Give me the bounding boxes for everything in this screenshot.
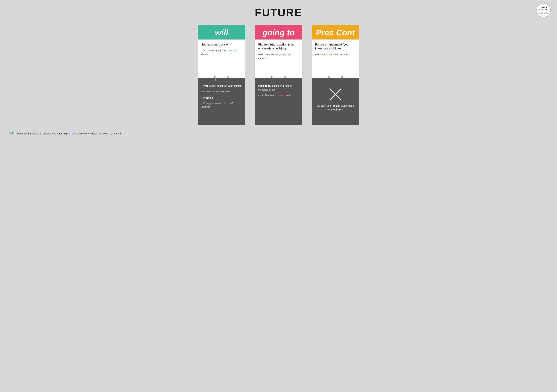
pin-3 <box>271 76 273 81</box>
card-going-to: going to Planned future action (you only… <box>255 25 302 125</box>
logo-subtitle: online schoolof foreign languages <box>539 11 549 14</box>
card-going-to-example: Mom! Dad! We are going to get married! <box>258 53 299 60</box>
pin-5 <box>328 76 330 81</box>
planned-bold: Planned future action <box>258 43 287 46</box>
shall-icon <box>9 131 15 137</box>
card-pres-cont-example: We are getting married in June! <box>315 53 356 57</box>
card-going-to-header-text: going to <box>262 28 295 37</box>
x-icon <box>328 87 343 101</box>
page-title: FUTURE <box>6 6 551 19</box>
pin-line <box>342 78 342 81</box>
pin-circle <box>227 76 229 78</box>
card-will-dark-body: - Prediction, based on your opinion Our … <box>198 81 246 125</box>
will-blue: buy <box>233 49 237 52</box>
pin-line <box>329 78 329 81</box>
bottom-note-static: Use shall I, shall we in questions to of… <box>17 132 69 135</box>
pin-line <box>272 78 272 81</box>
card-going-to-dark-body: Prediction, based on present evidence or… <box>255 81 302 125</box>
pin-4 <box>284 76 286 81</box>
pin-2 <box>227 76 229 81</box>
logo: LANDI SCHOOL online schoolof foreign lan… <box>536 3 551 17</box>
will-green: will <box>229 49 232 52</box>
card-going-to-main-use: Planned future action (you only made a d… <box>258 43 299 50</box>
card-going-to-prediction: Prediction, based on present evidence or… <box>258 84 299 92</box>
card-going-to-white-body: Planned future action (you only made a d… <box>255 40 302 76</box>
card-pres-cont-pins <box>312 76 359 81</box>
prediction-bold-2: Prediction, <box>258 84 271 87</box>
scissors-icon <box>9 131 15 136</box>
bottom-note: Use shall I, shall we in questions to of… <box>6 131 551 136</box>
pin-circle <box>284 76 286 78</box>
shall-highlight: Shall I <box>69 132 76 135</box>
card-will-promise: - Promise <box>201 96 242 100</box>
svg-line-3 <box>9 131 14 135</box>
pin-line <box>285 78 285 81</box>
bottom-note-text: Use shall I, shall we in questions to of… <box>17 132 121 136</box>
pin-line <box>215 78 215 81</box>
card-will-example: - Let's have a party! OK, I will buy dri… <box>201 49 242 56</box>
prediction-bold: Prediction <box>203 84 215 87</box>
bottom-note-end: close the window? You seem to be cold <box>76 132 121 135</box>
x-icon-container <box>315 87 356 101</box>
card-pres-cont: Pres Cont Future arrangement (you know d… <box>312 25 359 125</box>
will-green-2: will <box>212 90 215 93</box>
pin-circle <box>328 76 330 78</box>
card-will-prediction-example: Our team will win next week. <box>201 90 242 93</box>
card-will-main-use: Spontaneous decision <box>201 43 242 47</box>
pin-6 <box>341 76 343 81</box>
card-pres-cont-header: Pres Cont <box>312 25 359 40</box>
arrangement-bold: Future arrangement <box>315 43 342 46</box>
pin-1 <box>214 76 216 81</box>
pin-line <box>228 78 228 81</box>
card-will-promise-example: Tell me your secret. I won't tell anybod… <box>201 102 242 109</box>
card-will-header: will <box>198 25 246 40</box>
card-pres-cont-dark-body: we can't use Present Continuous for pred… <box>312 81 359 125</box>
promise-bold: Promise <box>203 96 213 99</box>
card-pres-cont-main-use: Future arrangement (you know date and ti… <box>315 43 356 50</box>
card-will-pins <box>198 76 246 81</box>
is-going-to-pink: is going to <box>276 94 287 97</box>
card-going-to-prediction-example: Look! That vase is going to fall! <box>258 94 299 97</box>
logo-name: LANDI SCHOOL <box>537 6 550 11</box>
pin-circle <box>271 76 273 78</box>
card-pres-cont-white-body: Future arrangement (you know date and ti… <box>312 40 359 76</box>
card-will-header-text: will <box>215 28 228 37</box>
pin-circle <box>214 76 216 78</box>
card-pres-cont-note: we can't use Present Continuous for pred… <box>315 104 356 112</box>
card-will-prediction: - Prediction, based on your opinion <box>201 84 242 88</box>
card-pres-cont-header-text: Pres Cont <box>316 28 355 37</box>
wont-pink: won't <box>224 102 229 105</box>
pin-circle <box>341 76 343 78</box>
are-getting-orange: are getting <box>319 53 331 56</box>
card-going-to-pins <box>255 76 302 81</box>
card-will: will Spontaneous decision - Let's have a… <box>198 25 246 125</box>
cards-container: will Spontaneous decision - Let's have a… <box>6 25 551 125</box>
going-to-pink: going to <box>279 53 287 56</box>
card-going-to-header: going to <box>255 25 302 40</box>
card-will-white-body: Spontaneous decision - Let's have a part… <box>198 40 246 76</box>
